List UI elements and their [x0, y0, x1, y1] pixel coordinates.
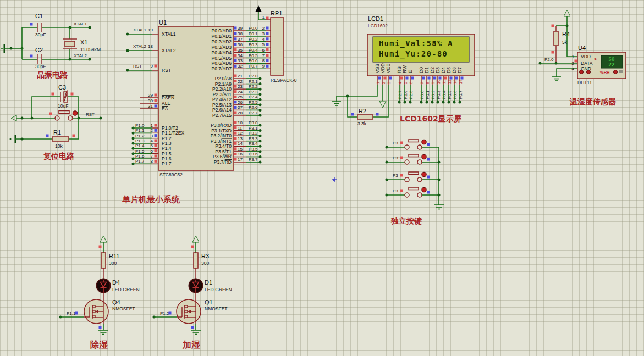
crystal-body[interactable]: [65, 41, 75, 47]
pin-name-plain: ALE: [162, 101, 170, 106]
mcu-stc89c52[interactable]: U1 STC89C52 单片机最小系统 XTAL119XTAL1XTAL218X…: [122, 19, 271, 204]
pin-name: P0.2/AD2: [212, 39, 232, 44]
sim-state-square: [406, 77, 409, 80]
junction-dot: [259, 135, 262, 137]
sim-state-square: [384, 77, 387, 80]
component-part: STC89C52: [159, 172, 183, 177]
pin-name: P2.7/A15: [212, 113, 232, 118]
resistor[interactable]: [194, 253, 198, 268]
button-state-dot[interactable]: [73, 111, 77, 115]
junction-dot: [259, 109, 262, 112]
sim-state-square: [422, 77, 425, 80]
net-label: P1.0: [135, 123, 145, 128]
driver-branch[interactable]: R3300D1LED-GREENQ1NMOSFETP1.2加湿: [153, 236, 232, 350]
sim-state-square: [427, 176, 430, 179]
component-part: LED-GREEN: [112, 287, 140, 292]
crystal-oscillator-circuit[interactable]: C1 30pF XTAL1 X1 11.0592M C2 30pF XTAL2 …: [1, 13, 101, 79]
component-value: 300: [201, 260, 209, 266]
button-state-dot[interactable]: [422, 140, 426, 144]
pin-name-plain: P3.3/: [211, 138, 222, 144]
component-ref: R2: [359, 108, 366, 114]
push-button[interactable]: P3: [386, 154, 439, 164]
sim-state-square: [155, 149, 157, 152]
net-label: XTAL1: [133, 27, 146, 32]
junction-dot: [442, 101, 445, 104]
sim-state-square: [266, 65, 269, 68]
net-label: P1.1: [67, 311, 76, 316]
pin-name-overline: INT0: [222, 133, 232, 138]
sim-state-square: [552, 25, 554, 27]
pin-number: 3: [151, 134, 153, 138]
sim-state-square: [266, 17, 269, 20]
pin-name: PSEN: [162, 95, 174, 101]
lcd-pin-name: D4: [441, 67, 446, 73]
pin-number: 1: [151, 123, 153, 128]
sim-state-square: [400, 174, 403, 177]
lcd1602-display[interactable]: LCD1 LCD1602 Humi_Val:58% A Humi_Yu:20-8…: [332, 15, 475, 126]
net-label: P0.2: [249, 37, 258, 42]
respack-body[interactable]: [271, 18, 284, 75]
driver-branch[interactable]: R11300D4LED-GREENQ4NMOSFETP1.1除湿: [59, 236, 140, 350]
net-label: P2.6: [249, 105, 258, 110]
junction-dot: [31, 117, 34, 120]
component-ref: D4: [112, 279, 120, 286]
pin-number: 9: [151, 64, 153, 69]
pin-number: 17: [238, 157, 243, 162]
net-label: P0.2: [431, 90, 436, 99]
independent-keys[interactable]: P3P3P3P3 独立按键: [386, 140, 444, 225]
dht11-indicator-dot: [580, 70, 584, 74]
sim-state-square: [46, 135, 49, 137]
pin-name: P2.6/A14: [212, 107, 232, 113]
lcd-text-line1: Humi_Val:58% A: [379, 39, 453, 48]
reset-circuit[interactable]: C3 10uF RST R1 10k 复位电路: [10, 84, 102, 160]
sim-state-square: [400, 157, 403, 159]
sim-state-square: [400, 190, 403, 192]
section-title-keys: 独立按键: [390, 216, 422, 225]
net-label: P0.4: [442, 90, 447, 99]
junction-dot: [259, 155, 262, 158]
resistor[interactable]: [101, 253, 106, 268]
section-title-reset: 复位电路: [43, 152, 75, 160]
dht11-temperature-value: 22: [608, 62, 614, 68]
lcd-pin-name: E: [408, 70, 413, 73]
button-terminal: [68, 116, 73, 120]
sim-state-square: [155, 144, 157, 147]
lcd-pin-number: 6: [409, 82, 414, 84]
lcd-pin-number: 11: [442, 80, 447, 84]
respack-pin-number: 9: [262, 64, 265, 69]
dht11-sensor-circuit[interactable]: R4 5k P2.0 U4 1VDD2DATA4GND > 58 22 %RH …: [539, 10, 626, 106]
button-state-dot[interactable]: [422, 187, 426, 192]
junction-dot: [431, 101, 434, 104]
pin-number: 38: [238, 31, 243, 36]
pin-number: 35: [238, 48, 243, 53]
sim-state-square: [155, 139, 157, 142]
resistor-r1[interactable]: [52, 137, 69, 141]
pin-number: 23: [238, 84, 243, 89]
dht11-adjust-square[interactable]: [619, 70, 623, 73]
push-button[interactable]: P3: [386, 187, 439, 197]
junction-dot: [89, 58, 91, 61]
junction-dot: [259, 140, 262, 142]
button-terminal: [55, 116, 59, 120]
sim-state-square: [266, 59, 269, 62]
lcd-pin-number: 2: [381, 82, 386, 84]
component-ref: X1: [80, 39, 87, 46]
pin-name: P2.2/A10: [212, 86, 232, 92]
button-state-dot[interactable]: [422, 154, 426, 159]
lcd-pin-name: RS: [397, 66, 402, 73]
sim-state-square: [234, 142, 237, 145]
resistor-r4[interactable]: [554, 31, 558, 46]
resistor-r2[interactable]: [357, 115, 373, 119]
sim-state-square: [191, 326, 194, 329]
button-state-dot[interactable]: [422, 172, 426, 176]
pin-number: 4: [151, 138, 153, 143]
pin-number: 34: [238, 53, 243, 58]
component-ref: LCD1: [368, 15, 383, 22]
resistor-pack-rp1[interactable]: 1 RP1 RESPACK-8: [255, 5, 297, 83]
reset-button[interactable]: [55, 111, 78, 121]
push-button[interactable]: P3: [386, 172, 439, 182]
sim-state-square: [234, 65, 237, 68]
push-button[interactable]: P3: [386, 140, 439, 149]
net-label: P3.0: [249, 120, 258, 125]
net-label: P3.3: [249, 136, 258, 141]
